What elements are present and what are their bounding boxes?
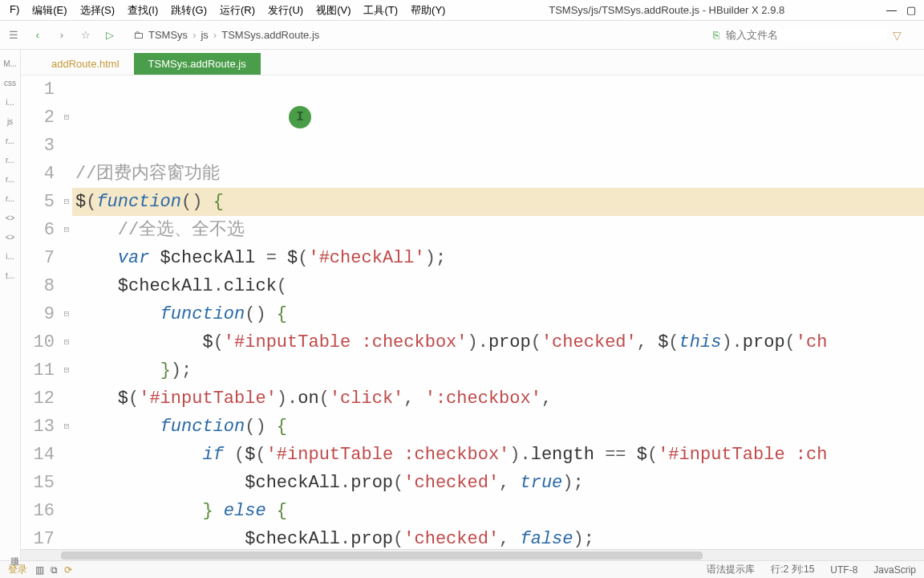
encoding[interactable]: UTF-8	[830, 564, 857, 576]
window-title: TSMSys/js/TSMSys.addRoute.js - HBuilder …	[452, 4, 881, 16]
login-link[interactable]: 登录	[8, 563, 27, 576]
left-panel-item[interactable]: js	[2, 112, 18, 132]
left-panel-item[interactable]: i...	[2, 93, 18, 112]
horizontal-scrollbar[interactable]	[21, 549, 924, 560]
code-line[interactable]: function() {	[72, 300, 924, 328]
left-panel-item[interactable]: t...	[2, 267, 18, 286]
menu-item[interactable]: 跳转(G)	[164, 2, 213, 19]
menu-item[interactable]: 视图(V)	[310, 2, 357, 19]
menu-item[interactable]: F)	[3, 2, 26, 19]
left-panel-item[interactable]: M...	[2, 55, 18, 74]
run-icon[interactable]: ▷	[103, 28, 117, 43]
code-line[interactable]: $(function() {	[72, 188, 924, 216]
code-lines[interactable]: I //团费内容窗功能$(function() { //全选、全不选 var $…	[72, 75, 924, 549]
main-area: M...cssi...jsr...r...r...r...<><>i...t..…	[0, 50, 924, 560]
cursor-indicator: I	[289, 106, 311, 128]
code-line[interactable]: $checkAll.click(	[72, 272, 924, 300]
toolbar: ☰ ‹ › ☆ ▷ 🗀 TSMSys › js › TSMSys.addRout…	[0, 21, 924, 50]
statusbar-icons: ▥ ⧉ ⟳	[35, 564, 72, 576]
chevron-right-icon: ›	[192, 29, 196, 41]
syntax-hint[interactable]: 语法提示库	[707, 563, 755, 576]
star-icon[interactable]: ☆	[79, 28, 93, 43]
menubar: F)编辑(E)选择(S)查找(I)跳转(G)运行(R)发行(U)视图(V)工具(…	[0, 0, 924, 21]
menu-item[interactable]: 查找(I)	[121, 2, 164, 19]
line-gutter: 1234567891011121314151617	[21, 75, 61, 549]
menu-item[interactable]: 工具(T)	[357, 2, 404, 19]
left-panel-item[interactable]: css	[2, 74, 18, 93]
terminal-icon[interactable]: ⧉	[51, 564, 58, 576]
language-mode[interactable]: JavaScrip	[873, 564, 916, 576]
breadcrumb: 🗀 TSMSys › js › TSMSys.addRoute.js	[133, 29, 319, 41]
left-panel: M...cssi...jsr...r...r...r...<><>i...t..…	[0, 50, 21, 560]
left-panel-item[interactable]: <>	[2, 209, 18, 228]
cursor-position[interactable]: 行:2 列:15	[771, 563, 814, 576]
statusbar: 登录 ▥ ⧉ ⟳ 语法提示库 行:2 列:15 UTF-8 JavaScrip	[0, 560, 924, 578]
chevron-right-icon: ›	[213, 29, 217, 41]
tabbar: addRoute.htmlTSMSys.addRoute.js	[21, 50, 924, 75]
left-panel-item[interactable]: r...	[2, 189, 18, 209]
left-panel-item[interactable]: r...	[2, 170, 18, 189]
sync-icon[interactable]: ⟳	[64, 564, 72, 576]
menu-item[interactable]: 运行(R)	[213, 2, 261, 19]
code-line[interactable]: $('#inputTable :checkbox').prop('checked…	[72, 328, 924, 356]
forward-icon[interactable]: ›	[55, 28, 69, 43]
scrollbar-thumb[interactable]	[61, 552, 703, 560]
code-line[interactable]: //团费内容窗功能	[72, 160, 924, 188]
menu-icon[interactable]: ☰	[6, 28, 21, 43]
editor: addRoute.htmlTSMSys.addRoute.js 12345678…	[21, 50, 924, 560]
code-line[interactable]: var $checkAll = $('#checkAll');	[72, 244, 924, 272]
window-controls: — ▢	[881, 4, 921, 16]
left-panel-item[interactable]: i...	[2, 247, 18, 267]
folder-icon: 🗀	[133, 29, 144, 41]
code-line[interactable]: function() {	[72, 413, 924, 441]
project-panel-toggle[interactable]: 项目	[0, 544, 20, 557]
menu-item[interactable]: 选择(S)	[74, 2, 121, 19]
tab[interactable]: addRoute.html	[37, 53, 134, 75]
breadcrumb-item[interactable]: js	[201, 29, 208, 41]
fold-gutter[interactable]: ⊟⊟⊟⊟⊟⊟⊟	[61, 75, 72, 549]
code-line[interactable]: $('#inputTable').on('click', ':checkbox'…	[72, 385, 924, 413]
code-line[interactable]: $checkAll.prop('checked', true);	[72, 469, 924, 497]
code-line[interactable]: //全选、全不选	[72, 216, 924, 244]
code-line[interactable]: $checkAll.prop('checked', false);	[72, 525, 924, 549]
minimize-icon[interactable]: —	[886, 4, 897, 16]
breadcrumb-item[interactable]: TSMSys	[148, 29, 188, 41]
menu-item[interactable]: 发行(U)	[261, 2, 310, 19]
code-area[interactable]: 1234567891011121314151617 ⊟⊟⊟⊟⊟⊟⊟ I //团费…	[21, 75, 924, 549]
code-line[interactable]: } else {	[72, 497, 924, 525]
menu-item[interactable]: 帮助(Y)	[404, 2, 452, 19]
tab[interactable]: TSMSys.addRoute.js	[134, 53, 261, 75]
left-panel-item[interactable]: <>	[2, 228, 18, 247]
breadcrumb-item[interactable]: TSMSys.addRoute.js	[221, 29, 319, 41]
search-box: ⎘ ▽	[713, 29, 902, 42]
code-line[interactable]: if ($('#inputTable :checkbox').length ==…	[72, 441, 924, 469]
code-line[interactable]: });	[72, 356, 924, 385]
search-target-icon[interactable]: ⎘	[713, 29, 719, 41]
menu-item[interactable]: 编辑(E)	[26, 2, 73, 19]
left-panel-item[interactable]: r...	[2, 132, 18, 151]
maximize-icon[interactable]: ▢	[906, 4, 916, 16]
back-icon[interactable]: ‹	[30, 28, 45, 43]
left-panel-item[interactable]: r...	[2, 151, 18, 170]
search-input[interactable]	[726, 29, 886, 41]
filter-icon[interactable]: ▽	[893, 29, 902, 42]
panel-icon[interactable]: ▥	[35, 564, 44, 576]
